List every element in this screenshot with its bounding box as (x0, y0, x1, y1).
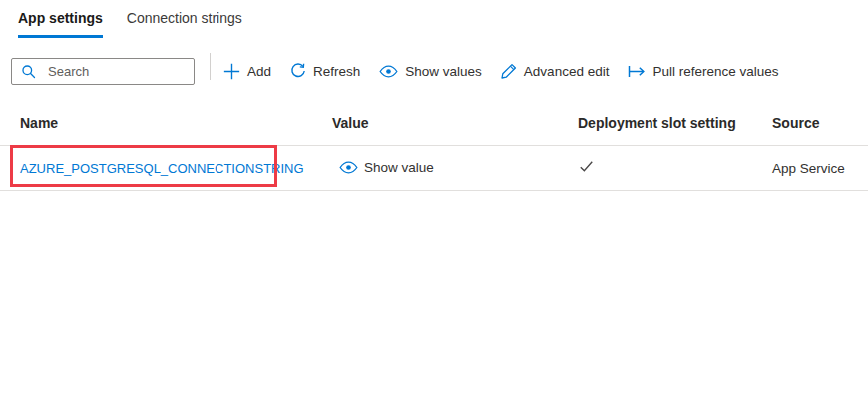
toolbar-divider (210, 53, 211, 80)
column-header-value: Value (332, 115, 578, 131)
maps-to-arrow-icon (628, 65, 646, 78)
name-cell: AZURE_POSTGRESQL_CONNECTIONSTRING (20, 161, 332, 176)
table-row: AZURE_POSTGRESQL_CONNECTIONSTRING Show v… (0, 146, 868, 191)
add-label: Add (247, 64, 271, 79)
search-box[interactable] (11, 58, 195, 85)
pencil-icon (501, 63, 517, 79)
value-cell: Show value (332, 160, 578, 177)
pull-reference-values-button[interactable]: Pull reference values (628, 64, 778, 79)
column-header-source: Source (772, 115, 868, 131)
show-values-label: Show values (405, 64, 482, 79)
app-settings-table: Name Value Deployment slot setting Sourc… (0, 101, 868, 191)
table-header-row: Name Value Deployment slot setting Sourc… (0, 101, 868, 146)
pull-reference-values-label: Pull reference values (652, 64, 778, 79)
refresh-icon (290, 63, 306, 79)
advanced-edit-button[interactable]: Advanced edit (501, 63, 610, 79)
plus-icon (223, 63, 240, 80)
refresh-label: Refresh (313, 64, 360, 79)
tab-bar: App settings Connection strings (0, 0, 868, 38)
source-cell: App Service (772, 161, 868, 176)
eye-icon (339, 161, 358, 174)
setting-name-link[interactable]: AZURE_POSTGRESQL_CONNECTIONSTRING (20, 161, 304, 176)
show-value-button[interactable]: Show value (332, 160, 434, 175)
advanced-edit-label: Advanced edit (524, 64, 610, 79)
checkmark-icon (578, 158, 595, 175)
show-values-button[interactable]: Show values (379, 64, 482, 79)
tab-connection-strings[interactable]: Connection strings (127, 9, 242, 38)
tab-app-settings[interactable]: App settings (18, 9, 103, 38)
deployment-slot-setting-cell (578, 158, 772, 178)
command-bar: Add Refresh Show values Advanced edit (0, 57, 868, 85)
refresh-button[interactable]: Refresh (290, 63, 360, 79)
add-button[interactable]: Add (223, 63, 271, 80)
show-value-label: Show value (364, 160, 434, 175)
column-header-deployment-slot-setting: Deployment slot setting (578, 115, 772, 131)
eye-icon (379, 65, 398, 78)
search-input[interactable] (46, 63, 166, 80)
search-icon (21, 64, 36, 79)
column-header-name: Name (20, 115, 332, 131)
